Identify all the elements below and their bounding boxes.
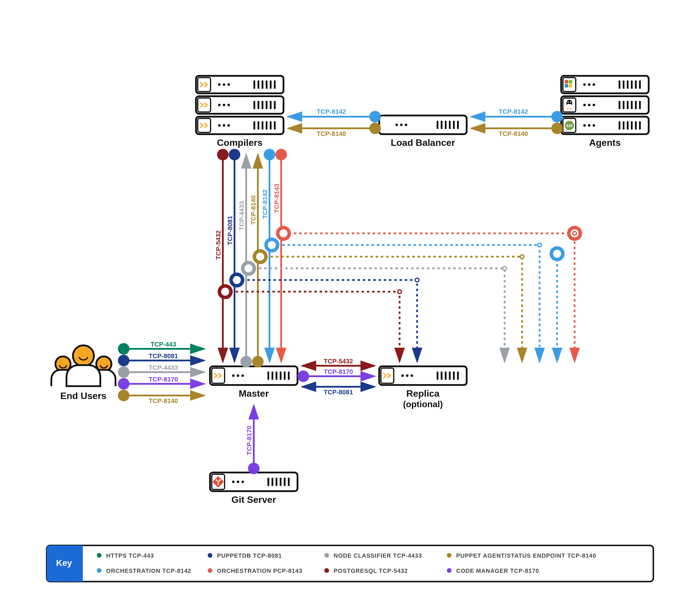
svg-point-102 (232, 375, 235, 377)
svg-text:AIX: AIX (566, 123, 573, 128)
dash-8140-replica (260, 257, 522, 362)
svg-rect-101 (212, 368, 225, 383)
svg-rect-59 (565, 80, 568, 84)
master-label: Master (239, 388, 268, 399)
svg-text:TCP-8143: TCP-8143 (273, 184, 280, 213)
svg-point-180 (324, 568, 329, 573)
svg-point-80 (593, 104, 595, 106)
svg-rect-62 (569, 84, 572, 88)
svg-point-150 (573, 231, 576, 235)
dash-5432-replica (225, 292, 400, 362)
svg-point-154 (415, 278, 419, 282)
svg-point-93 (593, 124, 595, 127)
svg-point-130 (241, 481, 244, 483)
svg-point-115 (411, 375, 413, 377)
svg-text:TCP-8142: TCP-8142 (499, 108, 528, 115)
svg-point-153 (502, 266, 506, 270)
svg-text:TCP-8142: TCP-8142 (317, 108, 346, 115)
dash-8142-replica (272, 245, 540, 362)
svg-text:CODE MANAGER TCP-8170: CODE MANAGER TCP-8170 (456, 568, 539, 574)
svg-point-104 (241, 375, 244, 377)
svg-text:ORCHESTRATION PCP-8143: ORCHESTRATION PCP-8143 (217, 568, 302, 574)
svg-text:TCP-5432: TCP-5432 (324, 357, 353, 365)
svg-point-155 (398, 290, 401, 293)
svg-rect-60 (569, 80, 572, 84)
svg-point-49 (400, 124, 403, 126)
gitserver-label: Git Server (232, 494, 276, 505)
architecture-diagram: Compilers Load Balancer AIX Agents Maste… (0, 0, 700, 616)
replica-node: Replica (optional) (379, 366, 467, 409)
svg-point-50 (405, 124, 408, 126)
svg-point-17 (223, 84, 225, 86)
svg-text:TCP-8081: TCP-8081 (324, 389, 353, 396)
svg-text:PUPPETDB TCP-8081: PUPPETDB TCP-8081 (217, 552, 282, 559)
svg-point-29 (227, 104, 230, 106)
svg-point-129 (237, 481, 239, 483)
endusers-node: End Users (51, 345, 115, 401)
svg-point-79 (588, 104, 591, 106)
svg-text:TCP-8142: TCP-8142 (261, 190, 268, 219)
gitserver-node: Git Server (210, 473, 298, 505)
svg-text:TCP-8170: TCP-8170 (324, 368, 353, 375)
svg-text:TCP-8081: TCP-8081 (226, 216, 234, 245)
svg-text:HTTPS TCP-443: HTTPS TCP-443 (106, 552, 154, 559)
aix-icon: AIX (565, 121, 574, 130)
svg-text:TCP-4433: TCP-4433 (149, 364, 178, 371)
svg-rect-167 (79, 545, 83, 581)
svg-point-182 (447, 568, 451, 573)
svg-rect-26 (198, 98, 211, 112)
svg-point-176 (97, 568, 101, 573)
svg-point-40 (227, 124, 230, 127)
svg-rect-37 (198, 118, 211, 133)
svg-text:ORCHESTRATION TCP-8142: ORCHESTRATION TCP-8142 (106, 568, 191, 574)
legend-title: Key (56, 558, 72, 568)
svg-point-114 (406, 375, 409, 377)
svg-point-38 (218, 124, 221, 127)
replica-sublabel: (optional) (403, 399, 443, 409)
svg-point-152 (520, 255, 524, 259)
svg-point-28 (223, 104, 225, 106)
compilers-label: Compilers (217, 137, 262, 148)
svg-point-172 (324, 553, 329, 558)
svg-text:TCP-8170: TCP-8170 (149, 376, 178, 383)
svg-text:TCP-4433: TCP-4433 (238, 201, 245, 230)
svg-point-174 (447, 553, 451, 558)
svg-rect-112 (381, 368, 394, 383)
loadbalancer-node: Load Balancer (379, 115, 467, 148)
svg-point-64 (588, 84, 591, 86)
svg-point-77 (570, 101, 571, 103)
svg-text:TCP-5432: TCP-5432 (215, 230, 222, 260)
svg-text:NODE CLASSIFIER TCP-4433: NODE CLASSIFIER TCP-4433 (334, 552, 422, 559)
replica-label: Replica (406, 388, 439, 399)
master-node: Master (210, 366, 298, 399)
svg-point-48 (396, 124, 398, 126)
svg-text:POSTGRESQL TCP-5432: POSTGRESQL TCP-5432 (334, 568, 408, 574)
agents-node: AIX Agents (561, 76, 649, 148)
svg-point-103 (237, 375, 239, 377)
svg-point-113 (401, 375, 404, 377)
svg-point-18 (227, 84, 230, 86)
svg-rect-15 (198, 78, 211, 91)
dash-4433-replica (249, 268, 504, 362)
svg-point-128 (232, 481, 235, 483)
svg-text:TCP-443: TCP-443 (150, 341, 176, 348)
svg-text:PUPPET AGENT/STATUS ENDPOINT T: PUPPET AGENT/STATUS ENDPOINT TCP-8140 (456, 552, 596, 559)
svg-text:TCP-8140: TCP-8140 (149, 397, 178, 404)
svg-rect-61 (565, 84, 568, 88)
svg-point-139 (73, 345, 94, 366)
svg-text:TCP-8140: TCP-8140 (317, 130, 346, 137)
svg-point-39 (223, 124, 225, 127)
svg-point-65 (593, 84, 595, 86)
svg-point-91 (583, 124, 586, 127)
svg-point-178 (208, 568, 212, 573)
svg-rect-165 (47, 545, 653, 581)
svg-point-27 (218, 104, 221, 106)
svg-point-168 (97, 553, 101, 558)
svg-point-16 (218, 84, 221, 86)
svg-text:TCP-8081: TCP-8081 (149, 352, 178, 360)
compilers-node: Compilers (196, 76, 284, 148)
svg-text:TCP-8170: TCP-8170 (246, 426, 253, 455)
dash-8143-replica (284, 233, 575, 362)
svg-point-78 (583, 104, 586, 106)
agents-label: Agents (589, 137, 621, 148)
